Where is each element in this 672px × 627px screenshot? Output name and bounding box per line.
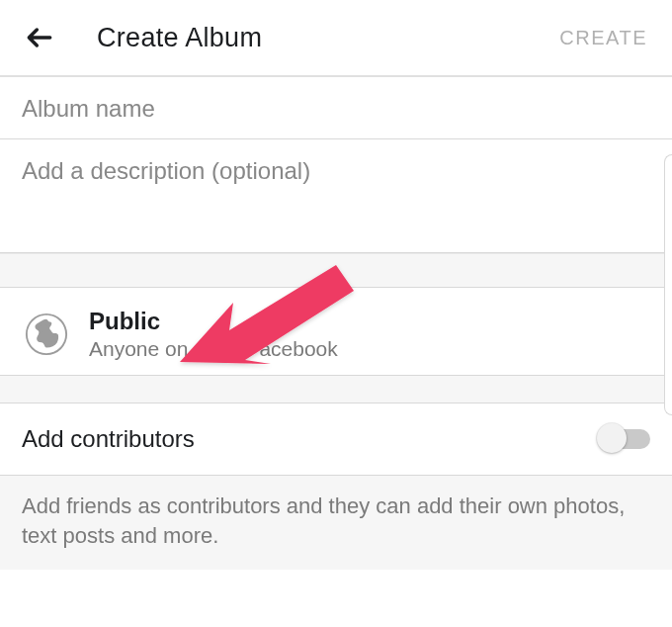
create-button[interactable]: CREATE — [559, 27, 652, 49]
album-name-field — [0, 77, 672, 139]
description-field — [0, 139, 672, 253]
privacy-subtitle: Anyone on or off Facebook — [89, 337, 338, 361]
back-arrow-icon — [24, 22, 55, 53]
globe-icon — [24, 312, 69, 357]
privacy-row[interactable]: Public Anyone on or off Facebook — [0, 288, 672, 376]
album-name-input[interactable] — [22, 95, 650, 123]
right-panel-edge — [664, 154, 672, 415]
section-gap — [0, 253, 672, 288]
privacy-title: Public — [89, 308, 338, 335]
contributors-label: Add contributors — [22, 425, 195, 453]
description-input[interactable] — [22, 157, 650, 189]
back-button[interactable] — [20, 18, 59, 57]
toggle-knob — [597, 423, 627, 453]
privacy-texts: Public Anyone on or off Facebook — [89, 308, 338, 361]
header-bar: Create Album CREATE — [0, 0, 672, 77]
contributors-help-text: Add friends as contributors and they can… — [0, 476, 672, 570]
section-gap-small — [0, 376, 672, 403]
contributors-toggle[interactable] — [599, 429, 650, 449]
contributors-row: Add contributors — [0, 403, 672, 476]
page-title: Create Album — [97, 23, 262, 53]
